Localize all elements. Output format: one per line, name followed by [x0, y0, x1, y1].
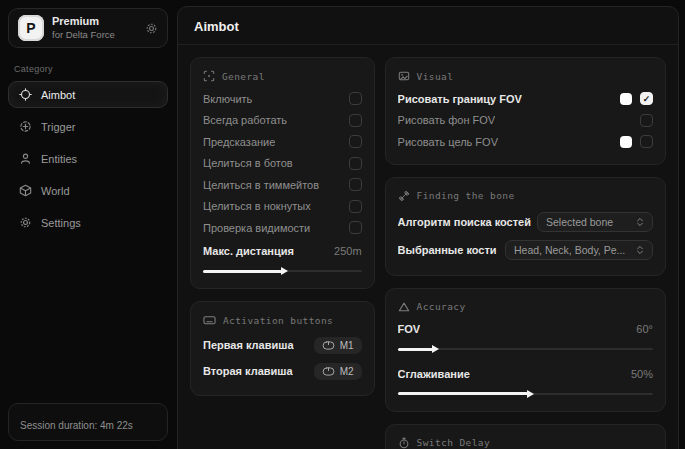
smoothing-slider[interactable] [398, 388, 653, 400]
checkbox[interactable] [640, 135, 653, 148]
general-card: General Включить Всегда работать Предска… [190, 57, 375, 289]
bone-algorithm-select[interactable]: Selected bone [537, 212, 653, 232]
trigger-icon [19, 120, 32, 133]
card-title-label: Switch Delay [417, 437, 490, 448]
max-distance-setting: Макс. дистанция 250m [203, 241, 362, 278]
sidebar-item-label: Entities [41, 153, 77, 165]
checkbox[interactable] [349, 135, 362, 148]
sidebar-item-world[interactable]: World [8, 177, 168, 204]
checkbox[interactable] [349, 221, 362, 234]
keybind-label: M2 [340, 366, 354, 377]
switch-delay-card: Switch Delay Задержка переключения Задер… [385, 424, 666, 449]
setting-row: Проверка видимости [203, 217, 362, 239]
gear-icon [19, 216, 32, 229]
slider-thumb[interactable] [281, 267, 288, 275]
color-swatch[interactable] [620, 93, 632, 105]
sidebar-item-label: Settings [41, 217, 81, 229]
select-value: Head, Neck, Body, Pe... [514, 244, 625, 256]
smoothing-setting: Сглаживание 50% [398, 363, 653, 400]
unfold-icon [636, 217, 644, 227]
checkbox[interactable] [640, 92, 653, 105]
setting-row: Включить [203, 88, 362, 110]
setting-label: FOV [398, 323, 421, 335]
setting-label: Рисовать фон FOV [398, 114, 496, 126]
card-title-label: Activation buttons [223, 315, 333, 326]
select-value: Selected bone [546, 216, 613, 228]
checkbox[interactable] [349, 92, 362, 105]
setting-row: Предсказание [203, 131, 362, 153]
setting-label: Включить [203, 93, 252, 105]
card-title-label: Accuracy [417, 301, 466, 312]
setting-label: Целиться в нокнутых [203, 200, 311, 212]
setting-row: Вторая клавиша M2 [203, 358, 362, 384]
setting-label: Предсказание [203, 136, 275, 148]
setting-row: Алгоритм поиска костей Selected bone [398, 208, 653, 236]
sidebar-item-settings[interactable]: Settings [8, 209, 168, 236]
page-title: Aimbot [194, 19, 662, 34]
checkbox[interactable] [349, 200, 362, 213]
sidebar-item-entities[interactable]: Entities [8, 145, 168, 172]
setting-row: Рисовать цель FOV [398, 131, 653, 153]
setting-row: Целиться в нокнутых [203, 196, 362, 218]
category-label: Category [14, 64, 162, 74]
sidebar-item-aimbot[interactable]: Aimbot [8, 81, 168, 108]
setting-row: Выбранные кости Head, Neck, Body, Pe... [398, 236, 653, 264]
card-title-label: General [222, 71, 265, 82]
main-header: Aimbot [178, 7, 678, 45]
setting-label: Всегда работать [203, 114, 287, 126]
sidebar-item-trigger[interactable]: Trigger [8, 113, 168, 140]
setting-label: Рисовать границу FOV [398, 93, 522, 105]
activation-buttons-card: Activation buttons Первая клавиша M1 [190, 301, 375, 396]
slider-value: 60° [636, 323, 653, 335]
bone-icon [398, 190, 410, 202]
checkbox[interactable] [349, 178, 362, 191]
setting-label: Проверка видимости [203, 222, 310, 234]
setting-row: Первая клавиша M1 [203, 332, 362, 358]
fov-setting: FOV 60° [398, 319, 653, 356]
setting-label: Выбранные кости [398, 244, 499, 256]
setting-label: Алгоритм поиска костей [398, 216, 531, 228]
checkbox[interactable] [349, 157, 362, 170]
session-duration-text: Session duration: 4m 22s [20, 420, 133, 431]
image-icon [398, 70, 410, 82]
setting-label: Макс. дистанция [203, 245, 294, 257]
product-card: P Premium for Delta Force [8, 8, 168, 48]
session-duration-card: Session duration: 4m 22s [8, 403, 168, 441]
slider-thumb[interactable] [432, 345, 439, 353]
setting-row: Рисовать фон FOV [398, 110, 653, 132]
setting-label: Вторая клавиша [203, 365, 293, 377]
setting-row: Целиться в ботов [203, 153, 362, 175]
keybind-label: M1 [340, 340, 354, 351]
color-swatch[interactable] [620, 136, 632, 148]
sidebar-item-label: World [41, 185, 70, 197]
mouse-icon [322, 367, 335, 376]
keybind-button[interactable]: M1 [314, 337, 362, 354]
triangle-icon [398, 301, 410, 313]
max-distance-slider[interactable] [203, 265, 362, 277]
sidebar-nav: Aimbot Trigger Entities [0, 81, 176, 236]
slider-value: 50% [631, 368, 653, 380]
setting-label: Целиться в ботов [203, 157, 293, 169]
sidebar-item-label: Trigger [41, 121, 75, 133]
card-title-label: Finding the bone [417, 190, 515, 201]
sidebar-item-label: Aimbot [41, 89, 75, 101]
selected-bones-select[interactable]: Head, Neck, Body, Pe... [505, 240, 653, 260]
scan-icon [203, 70, 215, 82]
setting-row: Целиться в тиммейтов [203, 174, 362, 196]
slider-thumb[interactable] [527, 390, 534, 398]
crosshair-icon [19, 88, 32, 101]
gear-icon[interactable] [145, 22, 158, 35]
finding-the-bone-card: Finding the bone Алгоритм поиска костей … [385, 177, 666, 276]
setting-row: Рисовать границу FOV [398, 88, 653, 110]
slider-value: 250m [334, 245, 362, 257]
checkbox[interactable] [349, 114, 362, 127]
checkbox[interactable] [640, 114, 653, 127]
keybind-button[interactable]: M2 [314, 363, 362, 380]
accuracy-card: Accuracy FOV 60° Сглаживание 50% [385, 288, 666, 412]
setting-label: Рисовать цель FOV [398, 136, 498, 148]
main-panel: Aimbot General Включить [177, 6, 679, 449]
setting-label: Первая клавиша [203, 339, 294, 351]
product-subtitle: for Delta Force [52, 29, 115, 41]
fov-slider[interactable] [398, 343, 653, 355]
entities-icon [19, 152, 32, 165]
